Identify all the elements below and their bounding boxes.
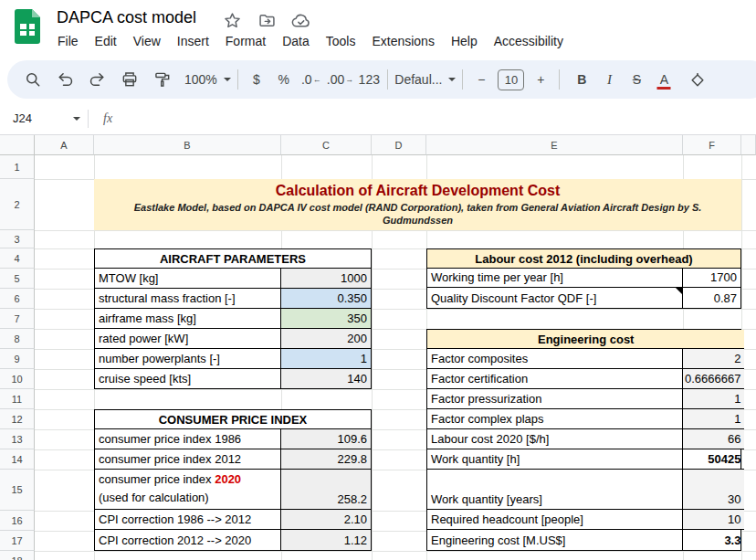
sheets-logo[interactable] [15, 9, 40, 44]
cell-B17[interactable]: CPI correction 2012 --> 2020 [95, 530, 281, 550]
menu-format[interactable]: Format [217, 31, 274, 51]
redo-icon[interactable] [84, 70, 110, 89]
star-icon[interactable] [223, 11, 242, 30]
cell-B4[interactable]: AIRCRAFT PARAMETERS [95, 249, 371, 269]
row-header-6[interactable]: 6 [0, 289, 35, 309]
column-header-F[interactable]: F [683, 135, 741, 155]
menu-view[interactable]: View [125, 31, 169, 51]
cell-B10[interactable]: cruise speed [kts] [95, 369, 281, 388]
cell-B13[interactable]: consumer price index 1986 [95, 429, 281, 449]
cell-title-block[interactable]: Calculation of Aircraft Development Cost… [94, 179, 741, 230]
cell-B7[interactable]: airframe mass [kg] [95, 309, 281, 329]
name-box[interactable]: J24 [0, 111, 88, 125]
cell-E4[interactable]: Labour cost 2012 (including overhead) [427, 249, 740, 269]
row-header-1[interactable]: 1 [0, 155, 35, 179]
cell-F17[interactable]: 3.3 [683, 530, 744, 550]
cell-C10[interactable]: 140 [281, 369, 371, 388]
menu-data[interactable]: Data [274, 31, 318, 51]
row-header-7[interactable]: 7 [0, 309, 35, 329]
row-header-10[interactable]: 10 [0, 369, 35, 389]
cell-E11[interactable]: Factor pressurization [427, 389, 683, 409]
cell-B6[interactable]: structural mass fraction [-] [95, 289, 281, 309]
cell-F5[interactable]: 1700 [683, 269, 740, 288]
cell-F12[interactable]: 1 [683, 409, 744, 429]
cell-E8[interactable]: Engineering cost [427, 330, 744, 349]
row-header-9[interactable]: 9 [0, 349, 35, 369]
cell-E16[interactable]: Required headcount [people] [427, 510, 683, 530]
row-header-5[interactable]: 5 [0, 269, 35, 289]
cell-B12[interactable]: CONSUMER PRICE INDEX [95, 410, 371, 429]
cell-C17[interactable]: 1.12 [281, 530, 371, 550]
text-color-button[interactable]: A [652, 67, 676, 92]
strikethrough-button[interactable]: S [625, 67, 648, 92]
cell-E10[interactable]: Factor certification [427, 369, 683, 389]
cell-F13[interactable]: 66 [683, 429, 744, 449]
cell-B14[interactable]: consumer price index 2012 [95, 449, 281, 470]
document-title[interactable]: DAPCA cost model [57, 8, 196, 27]
cell-E5[interactable]: Working time per year [h] [427, 269, 683, 288]
menu-tools[interactable]: Tools [318, 31, 364, 51]
row-header-15[interactable]: 15 [0, 470, 35, 511]
row-header-3[interactable]: 3 [0, 230, 35, 248]
column-header-A[interactable]: A [35, 135, 94, 155]
row-header-14[interactable]: 14 [0, 449, 35, 470]
fill-color-icon[interactable] [685, 70, 710, 89]
cell-E17[interactable]: Engineering cost [M.US$] [427, 530, 683, 550]
cell-C16[interactable]: 2.10 [281, 510, 371, 530]
cell-C8[interactable]: 200 [281, 329, 371, 349]
cell-B8[interactable]: rated power [kW] [95, 329, 281, 349]
cell-C15[interactable]: 258.2 [281, 470, 371, 510]
italic-button[interactable]: I [597, 67, 621, 92]
increase-decimal-button[interactable]: .00→ [327, 67, 353, 92]
font-size-input[interactable]: 10 [498, 69, 524, 90]
cell-F10[interactable]: 0.6666667 [683, 369, 744, 389]
decrease-decimal-button[interactable]: .0← [299, 67, 323, 92]
cell-C5[interactable]: 1000 [281, 269, 371, 289]
cell-F9[interactable]: 2 [683, 349, 744, 369]
cell-F14[interactable]: 50425 [683, 449, 744, 470]
percent-format-button[interactable]: % [272, 67, 296, 92]
cell-F6[interactable]: 0.87 [683, 288, 740, 308]
menu-accessibility[interactable]: Accessibility [486, 31, 572, 51]
cell-C14[interactable]: 229.8 [281, 449, 371, 470]
row-header-16[interactable]: 16 [0, 511, 35, 531]
search-icon[interactable] [20, 70, 46, 89]
row-header-8[interactable]: 8 [0, 329, 35, 349]
paint-format-icon[interactable] [150, 70, 175, 89]
cell-E13[interactable]: Labour cost 2020 [$/h] [427, 429, 683, 449]
number-format-button[interactable]: 123 [357, 67, 381, 92]
cell-F15[interactable]: 30 [683, 470, 744, 510]
zoom-select[interactable]: 100% [184, 72, 231, 87]
select-all-corner[interactable] [0, 135, 35, 155]
menu-help[interactable]: Help [443, 31, 486, 51]
cell-E12[interactable]: Factor complex plaps [427, 409, 683, 429]
row-header-13[interactable]: 13 [0, 429, 35, 449]
cell-E15[interactable]: Work quantity [years] [427, 470, 683, 510]
menu-extensions[interactable]: Extensions [363, 31, 442, 51]
row-header-2[interactable]: 2 [0, 179, 35, 230]
row-header-17[interactable]: 17 [0, 531, 35, 551]
cell-F16[interactable]: 10 [683, 510, 744, 530]
font-select[interactable]: Defaul... [394, 72, 456, 87]
row-header-11[interactable]: 11 [0, 389, 35, 409]
cell-C9[interactable]: 1 [281, 349, 371, 369]
menu-insert[interactable]: Insert [169, 31, 217, 51]
menu-edit[interactable]: Edit [87, 31, 125, 51]
row-header-18[interactable]: 18 [0, 551, 35, 560]
column-header-D[interactable]: D [372, 135, 426, 155]
row-header-12[interactable]: 12 [0, 409, 35, 429]
currency-format-button[interactable]: $ [245, 67, 268, 92]
increase-font-size-button[interactable]: + [529, 67, 552, 92]
cell-E14[interactable]: Work quantity [h] [427, 449, 683, 470]
bold-button[interactable]: B [570, 67, 593, 92]
undo-icon[interactable] [53, 70, 79, 89]
menu-file[interactable]: File [49, 31, 87, 51]
print-icon[interactable] [117, 70, 142, 89]
cloud-status-icon[interactable] [290, 10, 311, 31]
cell-B15[interactable]: consumer price index 2020 (used for calc… [95, 470, 281, 510]
decrease-font-size-button[interactable]: − [469, 67, 493, 92]
cell-C13[interactable]: 109.6 [281, 429, 371, 449]
move-folder-icon[interactable] [257, 11, 277, 30]
cell-C7[interactable]: 350 [281, 309, 371, 329]
cell-C6[interactable]: 0.350 [281, 289, 371, 309]
